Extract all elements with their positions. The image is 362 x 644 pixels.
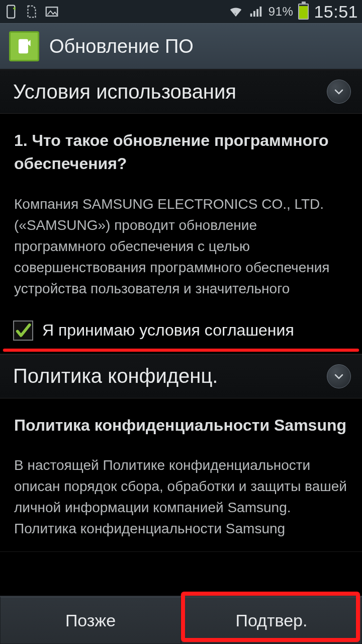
bottom-bar: Позже Подтвер. <box>0 596 362 644</box>
accept-row[interactable]: Я принимаю условия соглашения <box>0 311 362 348</box>
battery-percent: 91% <box>268 5 294 19</box>
picture-icon <box>44 4 59 19</box>
section-privacy-title: Политика конфиденц. <box>13 365 218 387</box>
battery-icon <box>298 4 309 20</box>
accept-checkbox[interactable] <box>13 320 33 341</box>
app-icon <box>9 31 39 61</box>
svg-rect-0 <box>7 6 15 18</box>
highlight-underline <box>3 349 359 352</box>
signal-icon <box>248 4 263 19</box>
section-terms-body: 1. Что такое обновление программного обе… <box>0 114 362 311</box>
content: Условия использования 1. Что такое обнов… <box>0 69 362 596</box>
later-button[interactable]: Позже <box>0 597 181 644</box>
status-bar: 91% 15:51 <box>0 0 362 23</box>
section-terms-header[interactable]: Условия использования <box>0 69 362 114</box>
confirm-button[interactable]: Подтвер. <box>181 597 362 644</box>
section-terms: Условия использования 1. Что такое обнов… <box>0 69 362 354</box>
terms-question-title: 1. Что такое обновление программного обе… <box>14 129 348 176</box>
privacy-text: В настоящей Политике конфиденциальности … <box>14 455 348 539</box>
section-terms-title: Условия использования <box>13 80 236 103</box>
sim-icon <box>24 4 39 19</box>
clock: 15:51 <box>314 2 358 22</box>
status-right: 91% 15:51 <box>228 2 358 22</box>
accept-label: Я принимаю условия соглашения <box>42 321 294 340</box>
section-privacy-header[interactable]: Политика конфиденц. <box>0 354 362 398</box>
privacy-heading: Политика конфиденциальности Samsung <box>14 414 348 437</box>
status-left <box>4 4 59 19</box>
terms-question-text: Компания SAMSUNG ELECTRONICS CO., LTD. (… <box>14 194 348 299</box>
section-privacy: Политика конфиденц. Политика конфиденциа… <box>0 354 362 552</box>
wifi-icon <box>228 4 243 19</box>
chevron-down-icon[interactable] <box>327 364 351 388</box>
svg-rect-2 <box>19 39 28 54</box>
later-button-label: Позже <box>65 611 116 630</box>
page-title: Обновление ПО <box>49 36 194 57</box>
chevron-down-icon[interactable] <box>327 79 351 104</box>
phone-sync-icon <box>4 4 19 19</box>
section-privacy-body: Политика конфиденциальности Samsung В на… <box>0 398 362 551</box>
title-bar: Обновление ПО <box>0 23 362 69</box>
confirm-button-label: Подтвер. <box>236 611 308 630</box>
